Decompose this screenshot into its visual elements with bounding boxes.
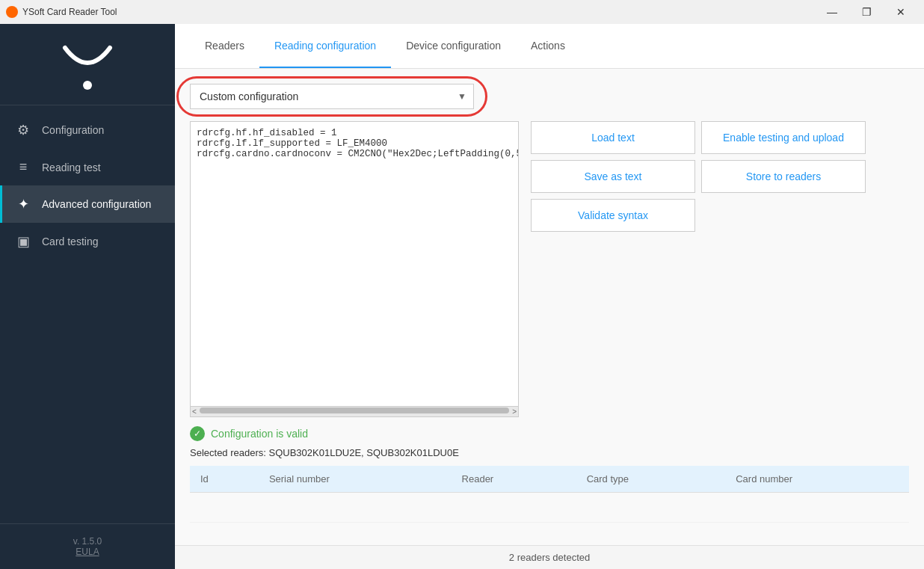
sidebar-item-reading-test[interactable]: ≡ Reading test [0, 149, 175, 185]
tab-readers[interactable]: Readers [190, 24, 259, 68]
tab-actions[interactable]: Actions [516, 24, 580, 68]
scrollbar-arrows: < > [192, 407, 517, 416]
editor-row: rdrcfg.hf.hf_disabled = 1 rdrcfg.lf.lf_s… [190, 121, 909, 417]
minimize-button[interactable]: — [815, 0, 849, 24]
col-id: Id [190, 466, 259, 493]
action-btn-row-2: Save as text Store to readers [531, 160, 866, 193]
readers-table: Id Serial number Reader Card type Card n… [190, 466, 909, 545]
logo-dot [83, 81, 92, 90]
validate-syntax-button[interactable]: Validate syntax [531, 199, 695, 232]
sidebar-bottom: v. 1.5.0 EULA [0, 523, 175, 569]
scrollbar-thumb[interactable] [200, 407, 509, 413]
save-as-text-button[interactable]: Save as text [531, 160, 695, 193]
table-head: Id Serial number Reader Card type Card n… [190, 466, 909, 493]
col-card-type: Card type [576, 466, 726, 493]
card-testing-icon: ▣ [15, 233, 31, 250]
editor-scrollbar[interactable]: < > [191, 406, 518, 416]
content-area: Readers Reading configuration Device con… [175, 24, 924, 569]
editor-content[interactable]: rdrcfg.hf.hf_disabled = 1 rdrcfg.lf.lf_s… [191, 122, 518, 286]
app-title: YSoft Card Reader Tool [22, 7, 815, 17]
config-row: Custom configuration Default configurati… [190, 84, 909, 109]
selected-readers-label: Selected readers: [190, 447, 266, 458]
table-body [190, 493, 909, 546]
eula-label[interactable]: EULA [12, 547, 163, 557]
col-serial-number: Serial number [259, 466, 452, 493]
enable-testing-button[interactable]: Enable testing and upload [701, 121, 866, 154]
load-text-button[interactable]: Load text [531, 121, 695, 154]
col-card-number: Card number [725, 466, 909, 493]
tab-device-configuration[interactable]: Device configuration [391, 24, 516, 68]
statusbar-text: 2 readers detected [509, 552, 590, 563]
editor-line-2: rdrcfg.lf.lf_supported = LF_EM4000 [197, 138, 512, 149]
editor-empty-space [191, 286, 518, 406]
sidebar-item-advanced-configuration-label: Advanced configuration [42, 198, 151, 210]
action-btn-row-3: Validate syntax [531, 199, 866, 232]
editor-line-1: rdrcfg.hf.hf_disabled = 1 [197, 128, 512, 138]
tab-reading-configuration[interactable]: Reading configuration [259, 24, 391, 68]
advanced-config-icon: ✦ [15, 196, 31, 212]
tabs-bar: Readers Reading configuration Device con… [175, 24, 924, 69]
config-dropdown[interactable]: Custom configuration Default configurati… [190, 84, 474, 109]
version-label: v. 1.5.0 [12, 536, 163, 547]
editor-line-3: rdrcfg.cardno.cardnoconv = CM2CNO("Hex2D… [197, 149, 512, 159]
logo-icon [58, 42, 117, 81]
main-layout: ⚙ Configuration ≡ Reading test ✦ Advance… [0, 24, 924, 569]
empty-cell [190, 493, 909, 523]
dropdown-wrapper: Custom configuration Default configurati… [190, 84, 474, 109]
app-icon [6, 6, 18, 18]
validation-text: Configuration is valid [211, 428, 308, 440]
col-reader: Reader [452, 466, 576, 493]
sidebar-item-configuration[interactable]: ⚙ Configuration [0, 111, 175, 149]
scroll-right-icon[interactable]: > [512, 407, 517, 416]
maximize-button[interactable]: ❐ [849, 0, 884, 24]
table-empty-row-2 [190, 523, 909, 546]
statusbar: 2 readers detected [175, 545, 924, 569]
action-buttons: Load text Enable testing and upload Save… [531, 121, 866, 238]
sidebar-item-card-testing[interactable]: ▣ Card testing [0, 223, 175, 260]
empty-cell-2 [190, 523, 909, 546]
action-btn-row-1: Load text Enable testing and upload [531, 121, 866, 154]
validation-row: ✓ Configuration is valid [190, 426, 909, 441]
config-editor[interactable]: rdrcfg.hf.hf_disabled = 1 rdrcfg.lf.lf_s… [190, 121, 519, 417]
table-empty-row-1 [190, 493, 909, 523]
selected-readers: Selected readers: SQUB302K01LDU2E, SQUB3… [190, 447, 909, 458]
gear-icon: ⚙ [15, 122, 31, 138]
sidebar-item-card-testing-label: Card testing [42, 236, 98, 247]
reading-test-icon: ≡ [15, 159, 31, 175]
sidebar-item-configuration-label: Configuration [42, 124, 104, 136]
close-button[interactable]: ✕ [884, 0, 918, 24]
selected-readers-value: SQUB302K01LDU2E, SQUB302K01LDU0E [269, 447, 459, 458]
content-body: Custom configuration Default configurati… [175, 69, 924, 545]
sidebar: ⚙ Configuration ≡ Reading test ✦ Advance… [0, 24, 175, 569]
validation-success-icon: ✓ [190, 426, 205, 441]
sidebar-item-advanced-configuration[interactable]: ✦ Advanced configuration [0, 185, 175, 223]
sidebar-logo [0, 24, 175, 105]
sidebar-divider [0, 105, 175, 105]
scroll-left-icon[interactable]: < [192, 407, 197, 416]
table-header-row: Id Serial number Reader Card type Card n… [190, 466, 909, 493]
window-controls: — ❐ ✕ [815, 0, 918, 24]
store-to-readers-button[interactable]: Store to readers [701, 160, 866, 193]
titlebar: YSoft Card Reader Tool — ❐ ✕ [0, 0, 924, 24]
sidebar-item-reading-test-label: Reading test [42, 162, 101, 173]
